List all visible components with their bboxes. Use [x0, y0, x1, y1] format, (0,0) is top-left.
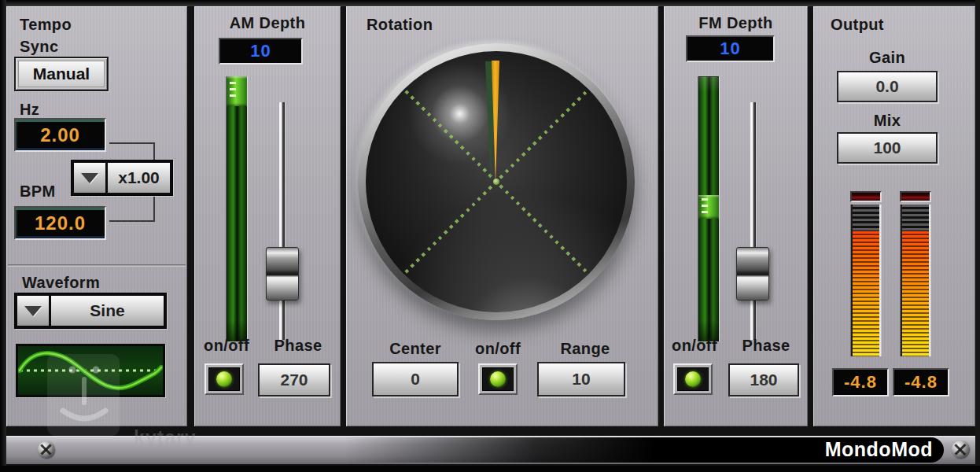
rotation-hub-icon [493, 179, 499, 185]
fm-depth-slider-handle[interactable] [736, 247, 769, 301]
left-meter-value-display[interactable]: -4.8 [832, 368, 889, 396]
am-depth-panel: AM Depth 10 on/off Phase 270 [194, 6, 341, 426]
tempo-mode-button[interactable]: Manual [14, 57, 109, 91]
hz-value-display[interactable]: 2.00 [14, 118, 106, 152]
range-field[interactable]: 10 [537, 362, 625, 396]
fm-onoff-label: on/off [664, 337, 725, 355]
frame-edge-left [0, 0, 6, 472]
range-label: Range [549, 340, 621, 358]
rotation-onoff-button[interactable] [478, 363, 518, 395]
bpm-value-display[interactable]: 120.0 [14, 206, 106, 240]
rotation-onoff-label: on/off [466, 340, 530, 358]
frame-edge-bottom [0, 466, 980, 472]
fm-phase-label: Phase [730, 337, 802, 355]
right-meter-level [902, 231, 929, 356]
am-mod-meter [227, 76, 247, 341]
rotation-label: Rotation [367, 16, 433, 34]
rotation-ball-rim [358, 43, 635, 320]
hz-label: Hz [20, 101, 39, 119]
bpm-multiplier-connector [109, 197, 155, 222]
am-depth-slider-handle[interactable] [266, 247, 299, 301]
tempo-sync-panel: Tempo Sync Manual Hz 2.00 x1.00 BPM 120.… [6, 6, 187, 426]
waveform-dropdown-button[interactable] [17, 296, 49, 326]
mix-field[interactable]: 100 [837, 132, 938, 164]
waveform-section-divider [8, 264, 186, 267]
waveform-combo[interactable]: Sine [14, 293, 167, 329]
screw-icon [38, 441, 54, 458]
fm-depth-value-display[interactable]: 10 [686, 35, 775, 62]
output-label: Output [831, 16, 884, 34]
right-meter-value-display[interactable]: -4.8 [893, 368, 949, 396]
multiplier-value[interactable]: x1.00 [108, 163, 170, 193]
plugin-title: MondoMod [825, 438, 933, 461]
sine-wave-graphic [18, 346, 163, 395]
left-clip-indicator[interactable] [850, 191, 882, 202]
am-mod-meter-ticks [230, 82, 236, 101]
frame-edge-right [975, 0, 980, 472]
fm-led-icon [685, 371, 701, 387]
chevron-down-icon [24, 306, 42, 316]
mix-label: Mix [840, 112, 934, 130]
left-output-meter [851, 205, 881, 356]
gain-label: Gain [840, 49, 934, 67]
fm-led-well [677, 367, 709, 391]
tempo-label: Tempo [20, 16, 72, 34]
chevron-down-icon [81, 173, 98, 183]
fm-depth-panel: FM Depth 10 on/off Phase 180 [664, 6, 808, 426]
center-field[interactable]: 0 [372, 362, 459, 396]
bottom-bar: MondoMod [6, 436, 975, 464]
am-led-icon [216, 371, 232, 387]
right-meter-headroom [902, 205, 929, 231]
output-panel: Output Gain 0.0 Mix 100 -4.8 -4.8 [813, 6, 975, 426]
fm-mod-meter-active-segment [698, 195, 719, 219]
am-depth-slider-track[interactable] [279, 102, 285, 340]
waveform-label: Waveform [22, 274, 100, 292]
fm-onoff-button[interactable] [673, 363, 713, 395]
center-label: Center [378, 340, 453, 358]
sync-label: Sync [20, 38, 58, 56]
fm-phase-field[interactable]: 180 [728, 363, 799, 396]
fm-mod-meter-ticks [702, 198, 708, 216]
gain-field[interactable]: 0.0 [837, 71, 938, 102]
am-onoff-button[interactable] [204, 363, 244, 395]
fm-depth-slider-track[interactable] [750, 102, 756, 340]
am-phase-field[interactable]: 270 [258, 363, 330, 396]
bpm-label: BPM [20, 183, 56, 201]
waveform-selected-value[interactable]: Sine [51, 296, 164, 326]
left-meter-headroom [853, 205, 879, 231]
am-depth-label: AM Depth [194, 14, 341, 32]
screw-icon [952, 441, 969, 458]
rotation-led-well [482, 367, 514, 391]
fm-depth-label: FM Depth [664, 14, 808, 32]
rotation-led-icon [490, 371, 506, 387]
am-onoff-label: on/off [195, 337, 258, 355]
mondomod-plugin-window: Tempo Sync Manual Hz 2.00 x1.00 BPM 120.… [0, 0, 980, 472]
right-clip-indicator[interactable] [900, 191, 931, 202]
am-mod-meter-active-segment [227, 76, 247, 106]
left-meter-level [853, 231, 879, 356]
tempo-mode-button-label: Manual [18, 61, 105, 87]
am-depth-value-display[interactable]: 10 [219, 38, 303, 65]
fm-mod-meter [698, 76, 719, 341]
tempo-multiplier-combo[interactable]: x1.00 [71, 160, 173, 196]
right-output-meter [901, 205, 930, 356]
rotation-ball[interactable] [366, 51, 627, 312]
am-led-well [208, 367, 240, 391]
multiplier-dropdown-button[interactable] [74, 163, 105, 193]
frame-edge-top [0, 0, 980, 6]
waveform-scope-display [16, 344, 165, 397]
rotation-panel: Rotation Center 0 on/off Range 10 [346, 6, 658, 426]
am-phase-label: Phase [262, 337, 334, 355]
